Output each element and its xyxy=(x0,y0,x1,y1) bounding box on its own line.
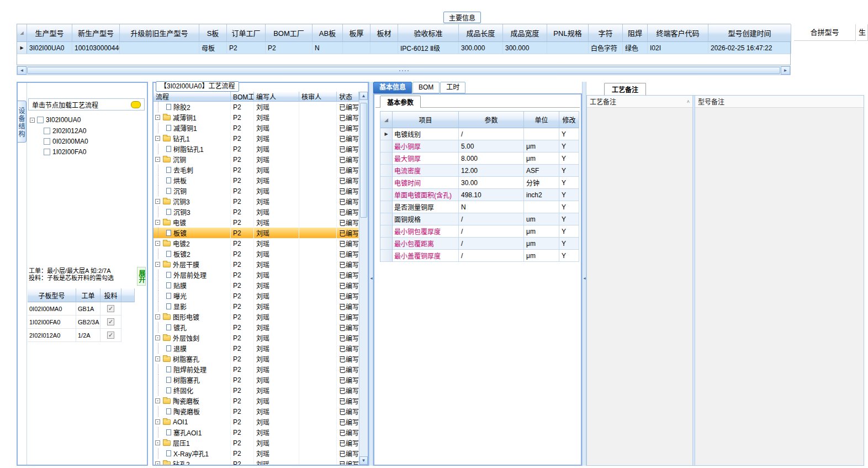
expand-button[interactable]: 展开 xyxy=(137,267,146,286)
tab-basic-params[interactable]: 基本参数 xyxy=(380,96,421,108)
tab-bom[interactable]: BOM xyxy=(412,82,440,93)
grid-column-header[interactable]: 生产型号 xyxy=(27,24,72,42)
tree-collapse-icon[interactable]: - xyxy=(155,241,160,246)
process-row[interactable]: -沉铜P2刘瑶已编写 xyxy=(154,154,359,165)
param-column-header[interactable]: 修改 xyxy=(559,112,579,128)
process-row[interactable]: -钻孔1P2刘瑶已编写 xyxy=(154,133,359,144)
grid-column-header[interactable]: 板材 xyxy=(371,24,398,42)
column-header-clipped[interactable]: 生 xyxy=(857,24,868,41)
tree-collapse-icon[interactable]: - xyxy=(155,199,160,204)
splitter-middle-right[interactable]: ◄ xyxy=(369,82,373,466)
tree-collapse-icon[interactable]: - xyxy=(155,262,160,267)
select-all-cell[interactable]: ◢ xyxy=(17,24,27,42)
process-column-header[interactable]: 状态 xyxy=(337,92,359,102)
grid-column-header[interactable]: 型号创建时间 xyxy=(708,24,791,42)
param-row[interactable]: 最小包覆距离/μmY xyxy=(380,238,579,250)
param-value-cell[interactable]: / xyxy=(459,250,524,262)
column-header-combined-model[interactable]: 合拼型号 xyxy=(794,24,856,41)
tree-node-checkbox[interactable] xyxy=(44,128,50,134)
param-value-cell[interactable]: 12.00 xyxy=(459,165,524,177)
grid-column-header[interactable]: 验收标准 xyxy=(398,24,459,42)
param-column-header[interactable]: 项目 xyxy=(393,112,459,128)
param-column-header[interactable]: 参数 xyxy=(459,112,524,128)
process-column-header[interactable]: 编写人 xyxy=(254,92,299,102)
grid-column-header[interactable]: 终端客户代码 xyxy=(648,24,708,42)
tree-collapse-icon[interactable]: - xyxy=(155,136,160,141)
grid-column-header[interactable]: 订单工厂 xyxy=(227,24,266,42)
grid-column-header[interactable]: 阻焊 xyxy=(623,24,648,42)
model-remarks-textarea[interactable] xyxy=(695,108,864,465)
tab-work-hours[interactable]: 工时 xyxy=(440,82,465,93)
grid-column-header[interactable]: BOM工厂 xyxy=(266,24,313,42)
param-value-cell[interactable]: / xyxy=(459,128,524,140)
process-row[interactable]: 板镀2P2刘瑶已编写 xyxy=(154,249,359,259)
tree-collapse-icon[interactable]: - xyxy=(155,398,160,403)
tree-collapse-icon[interactable]: - xyxy=(155,461,160,465)
process-row[interactable]: 终固化P2刘瑶已编写 xyxy=(154,385,359,396)
feed-checkbox[interactable]: ✓ xyxy=(107,332,114,339)
notes-scroll-up-icon[interactable]: ˄ xyxy=(687,99,690,104)
subgrid-row[interactable]: 0I02I00MA0GB1A✓ xyxy=(28,302,135,315)
param-select-all-cell[interactable]: ◢ xyxy=(380,112,393,128)
tree-root-checkbox[interactable] xyxy=(37,117,44,123)
process-row[interactable]: -电镀P2刘瑶已编写 xyxy=(154,217,359,228)
row-selector-cell[interactable]: ▶ xyxy=(17,42,27,54)
top-horizontal-scrollbar[interactable]: ◄ ► xyxy=(17,66,791,75)
param-row[interactable]: ▶电镀线别/Y xyxy=(380,128,579,140)
process-vertical-scrollbar[interactable]: ▲ ▼ xyxy=(359,92,368,465)
process-row[interactable]: -钻孔2P2刘瑶已编写 xyxy=(154,459,359,465)
process-row[interactable]: X-Ray冲孔1P2刘瑶已编写 xyxy=(154,448,359,459)
process-row[interactable]: 烘板P2刘瑶已编写 xyxy=(154,175,359,186)
process-row[interactable]: -AOI1P2刘瑶已编写 xyxy=(154,417,359,427)
tree-collapse-icon[interactable]: - xyxy=(155,419,160,424)
process-row[interactable]: -树脂塞孔P2刘瑶已编写 xyxy=(154,354,359,364)
tree-child-node[interactable]: 1I02I00FA0 xyxy=(44,146,88,157)
tree-collapse-icon[interactable]: - xyxy=(155,115,160,120)
tree-collapse-icon[interactable]: - xyxy=(155,356,160,361)
param-value-cell[interactable]: 5.00 xyxy=(459,140,524,153)
process-column-header[interactable]: 核审人 xyxy=(299,92,337,102)
process-row[interactable]: 显影P2刘瑶已编写 xyxy=(154,301,359,312)
process-row[interactable]: -外层干膜P2刘瑶已编写 xyxy=(154,259,359,270)
param-row[interactable]: 最大铜厚8.000μmY xyxy=(380,153,579,165)
param-value-cell[interactable]: / xyxy=(459,225,524,238)
process-column-header[interactable]: 流程 xyxy=(154,92,231,102)
param-row[interactable]: 最小铜厚5.00μmY xyxy=(380,140,579,153)
process-row[interactable]: -电镀2P2刘瑶已编写 xyxy=(154,238,359,249)
feed-checkbox[interactable]: ✓ xyxy=(107,318,114,325)
param-row[interactable]: 电流密度12.00ASFY xyxy=(380,165,579,177)
process-row[interactable]: -陶瓷磨板P2刘瑶已编写 xyxy=(154,396,359,406)
tree-root-node[interactable]: - 3I02I00UA0 xyxy=(29,115,81,125)
process-remarks-textarea[interactable] xyxy=(587,108,692,465)
process-row[interactable]: 陶瓷磨板P2刘瑶已编写 xyxy=(154,406,359,417)
process-row[interactable]: 树脂塞孔P2刘瑶已编写 xyxy=(154,375,359,385)
scroll-right-button[interactable]: ► xyxy=(781,66,790,75)
grid-column-header[interactable]: PNL规格 xyxy=(547,24,589,42)
param-row[interactable]: 最小盖覆铜厚度/μmY xyxy=(380,250,579,262)
splitter-collapse-icon[interactable]: ◄ xyxy=(583,276,586,280)
tab-basic-info[interactable]: 基本信息 xyxy=(373,82,412,93)
tree-node-checkbox[interactable] xyxy=(44,149,50,155)
process-row[interactable]: 外层前处理P2刘瑶已编写 xyxy=(154,270,359,280)
grid-column-header[interactable]: 升级前旧生产型号 xyxy=(120,24,199,42)
subgrid-column-header[interactable]: 子板型号 xyxy=(28,288,76,302)
process-row[interactable]: 树脂钻孔1P2刘瑶已编写 xyxy=(154,144,359,154)
tree-collapse-icon[interactable]: - xyxy=(155,440,160,445)
param-row[interactable]: 单面电镀面积(含孔)498.10inch2Y xyxy=(380,189,579,201)
process-row[interactable]: 贴膜P2刘瑶已编写 xyxy=(154,280,359,291)
process-row[interactable]: 阻焊前处理P2刘瑶已编写 xyxy=(154,364,359,375)
subgrid-column-header[interactable]: 投料 xyxy=(100,288,121,302)
subgrid-row[interactable]: 1I02I00FA0GB2/3A✓ xyxy=(28,315,135,329)
grid-column-header[interactable]: 板厚 xyxy=(343,24,371,42)
process-row[interactable]: -层压1P2刘瑶已编写 xyxy=(154,438,359,448)
param-value-cell[interactable]: / xyxy=(459,238,524,250)
tree-collapse-icon[interactable]: - xyxy=(30,118,35,123)
process-row[interactable]: 沉铜3P2刘瑶已编写 xyxy=(154,207,359,217)
scrollbar-thumb[interactable] xyxy=(27,67,780,74)
process-row[interactable]: 镀孔P2刘瑶已编写 xyxy=(154,322,359,333)
process-row[interactable]: 去毛刺P2刘瑶已编写 xyxy=(154,165,359,175)
tab-process-remarks[interactable]: 工艺备注 xyxy=(604,83,646,95)
process-row[interactable]: 沉铜P2刘瑶已编写 xyxy=(154,186,359,196)
process-row[interactable]: 塞孔AOI1P2刘瑶已编写 xyxy=(154,427,359,438)
tree-child-node[interactable]: 2I02I012A0 xyxy=(44,125,88,136)
